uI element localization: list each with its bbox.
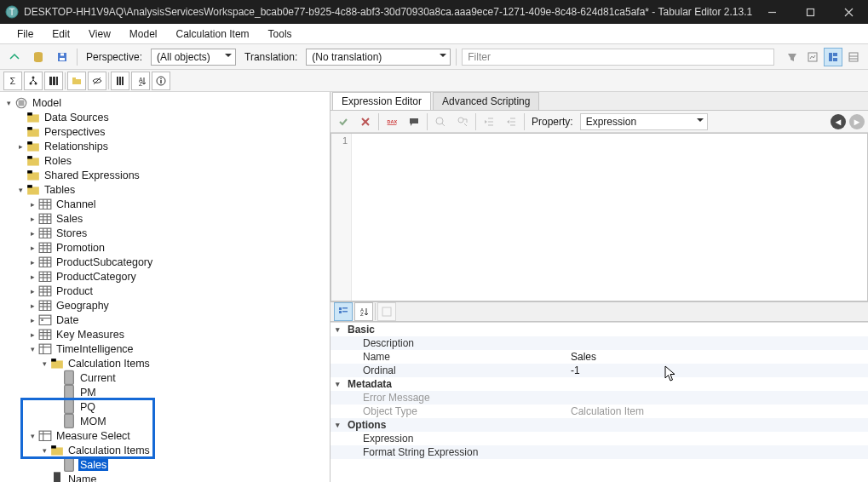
tree-roles[interactable]: Roles [0, 153, 330, 168]
tree-table-sales[interactable]: ▸Sales [0, 211, 330, 226]
chevron-right-icon[interactable]: ▸ [27, 272, 37, 282]
nav-back-button[interactable]: ◄ [831, 114, 846, 129]
hidden-icon[interactable] [88, 72, 106, 90]
model-tree[interactable]: ▾Model Data Sources Perspectives ▸Relati… [0, 92, 331, 482]
chevron-down-icon[interactable]: ▾ [3, 98, 14, 108]
tree-calcitem-sales[interactable]: Sales [0, 457, 330, 472]
prop-description[interactable]: Description [331, 336, 868, 350]
tree-calcitem-pq[interactable]: PQ [0, 399, 330, 414]
menu-view[interactable]: View [80, 26, 119, 43]
chevron-right-icon[interactable]: ▸ [27, 301, 37, 311]
tree-relationships[interactable]: ▸Relationships [0, 139, 330, 153]
sort-cols-icon[interactable] [111, 72, 129, 90]
folder-icon[interactable] [67, 72, 86, 90]
connect-icon[interactable] [5, 48, 24, 66]
maximize-button[interactable] [791, 0, 830, 24]
replace-icon[interactable] [453, 112, 472, 131]
chevron-right-icon[interactable]: ▸ [27, 243, 37, 253]
tree-column-name[interactable]: Name [0, 472, 330, 482]
menu-tools[interactable]: Tools [260, 26, 301, 43]
accept-icon[interactable] [334, 112, 353, 131]
property-grid[interactable]: ▾Basic Description NameSales Ordinal-1 ▾… [331, 322, 868, 482]
tree-table-productsubcategory[interactable]: ▸ProductSubcategory [0, 255, 330, 269]
filter-icon[interactable] [783, 48, 802, 66]
save-icon[interactable] [53, 48, 72, 66]
menu-model[interactable]: Model [121, 26, 166, 43]
comment-icon[interactable] [405, 112, 423, 131]
tree-table-keymeasures[interactable]: ▸Key Measures [0, 327, 330, 341]
editor-body[interactable] [352, 134, 867, 301]
chevron-down-icon[interactable]: ▾ [15, 185, 26, 195]
menu-edit[interactable]: Edit [43, 26, 78, 43]
prop-category-metadata[interactable]: ▾Metadata [331, 377, 868, 391]
tree-calculation-items[interactable]: ▾Calculation Items [0, 356, 330, 370]
tree-tables[interactable]: ▾Tables [0, 182, 330, 197]
tab-expression-editor[interactable]: Expression Editor [332, 92, 431, 110]
tree-data-sources[interactable]: Data Sources [0, 110, 330, 124]
chevron-down-icon[interactable]: ▾ [39, 359, 49, 369]
alphabetical-icon[interactable]: AZ [354, 302, 373, 321]
measures-icon[interactable]: Σ [3, 72, 22, 90]
chevron-down-icon[interactable]: ▾ [331, 421, 344, 429]
tab-advanced-scripting[interactable]: Advanced Scripting [433, 92, 539, 110]
database-icon[interactable] [29, 48, 48, 66]
chevron-down-icon[interactable]: ▾ [331, 325, 344, 334]
chevron-right-icon[interactable]: ▸ [27, 315, 37, 325]
chevron-right-icon[interactable]: ▸ [27, 286, 37, 296]
filter-input[interactable]: Filter [462, 49, 774, 66]
columns-icon[interactable] [44, 72, 63, 90]
prop-category-basic[interactable]: ▾Basic [331, 323, 868, 336]
cancel-icon[interactable] [356, 112, 375, 131]
chevron-right-icon[interactable]: ▸ [27, 214, 37, 224]
tree-calcitem-mom[interactable]: MOM [0, 414, 330, 428]
tree-table-date[interactable]: ▸Date [0, 313, 330, 327]
prop-ordinal-value[interactable]: -1 [566, 364, 868, 376]
categorized-icon[interactable] [334, 302, 353, 321]
hierarchy-icon[interactable] [24, 72, 43, 90]
tree-table-measureselect[interactable]: ▾Measure Select [0, 428, 330, 443]
menu-calculation-item[interactable]: Calculation Item [168, 26, 258, 43]
chevron-down-icon[interactable]: ▾ [27, 344, 37, 354]
tree-table-product[interactable]: ▸Product [0, 284, 330, 298]
layout1-icon[interactable] [824, 48, 842, 66]
perspective-combo[interactable]: (All objects) [151, 49, 236, 66]
find-icon[interactable] [431, 112, 450, 131]
minimize-button[interactable] [753, 0, 791, 24]
prop-name[interactable]: NameSales [331, 350, 868, 364]
tree-table-channel[interactable]: ▸Channel [0, 197, 330, 211]
chevron-right-icon[interactable]: ▸ [27, 330, 37, 340]
tree-table-productcategory[interactable]: ▸ProductCategory [0, 269, 330, 284]
chevron-right-icon[interactable]: ▸ [27, 228, 37, 238]
outdent-icon[interactable] [502, 112, 520, 131]
layout2-icon[interactable] [844, 48, 863, 66]
tree-shared-expressions[interactable]: Shared Expressions [0, 168, 330, 182]
nav-forward-button[interactable]: ► [849, 114, 865, 129]
tree-calcitem-current[interactable]: Current [0, 370, 330, 385]
tree-model[interactable]: ▾Model [0, 95, 330, 110]
close-button[interactable] [830, 0, 868, 24]
menu-file[interactable]: File [9, 26, 42, 43]
tree-table-geography[interactable]: ▸Geography [0, 298, 330, 313]
prop-ordinal[interactable]: Ordinal-1 [331, 364, 868, 377]
chevron-right-icon[interactable]: ▸ [27, 257, 37, 267]
tree-table-timeintelligence[interactable]: ▾TimeIntelligence [0, 341, 330, 356]
tree-calculation-items-2[interactable]: ▾Calculation Items [0, 443, 330, 457]
chevron-down-icon[interactable]: ▾ [27, 431, 37, 441]
tree-perspectives[interactable]: Perspectives [0, 124, 330, 139]
prop-category-options[interactable]: ▾Options [331, 418, 868, 432]
tree-table-promotion[interactable]: ▸Promotion [0, 240, 330, 255]
prop-expression[interactable]: Expression [331, 432, 868, 445]
indent-icon[interactable] [480, 112, 498, 131]
chevron-right-icon[interactable]: ▸ [15, 141, 26, 152]
info-icon[interactable] [152, 72, 170, 90]
dax-format-icon[interactable]: DAX [382, 112, 401, 131]
chevron-down-icon[interactable]: ▾ [331, 380, 344, 388]
property-pages-icon[interactable] [377, 302, 396, 321]
expression-editor[interactable]: 1 [331, 133, 868, 301]
translation-combo[interactable]: (No translation) [306, 49, 451, 66]
chevron-right-icon[interactable]: ▸ [27, 199, 37, 209]
chevron-down-icon[interactable]: ▾ [39, 445, 49, 456]
tree-calcitem-pm[interactable]: PM [0, 385, 330, 399]
sort-alpha-icon[interactable]: AZ [131, 72, 150, 90]
prop-format-string-expression[interactable]: Format String Expression [331, 445, 868, 459]
